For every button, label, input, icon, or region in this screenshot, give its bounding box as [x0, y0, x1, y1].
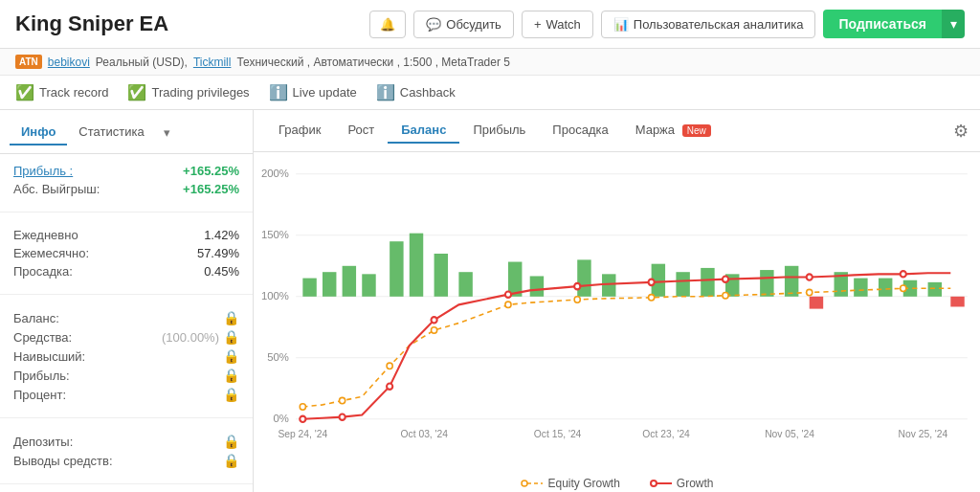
- stat-section-rates: Ежедневно 1.42% Ежемесячно: 57.49% Проса…: [0, 218, 253, 288]
- svg-rect-26: [760, 270, 773, 297]
- app-container: King Sniper EA 🔔 💬 Обсудить + Watch 📊 По…: [0, 0, 980, 492]
- funds-lock-icon: 🔒: [223, 329, 239, 345]
- daily-value: 1.42%: [204, 228, 239, 242]
- abs-win-row: Абс. Выйгрыш: +165.25%: [13, 180, 239, 198]
- svg-point-53: [807, 274, 813, 280]
- equity-legend-icon: [520, 479, 543, 488]
- svg-rect-19: [530, 276, 544, 296]
- broker-link[interactable]: Tickmill: [193, 56, 232, 69]
- svg-rect-12: [343, 266, 356, 297]
- svg-rect-21: [602, 274, 615, 296]
- svg-rect-24: [701, 268, 714, 297]
- divider-4: [0, 483, 253, 484]
- abs-win-value: +165.25%: [183, 182, 239, 196]
- profit-label: Прибыль :: [13, 164, 73, 178]
- highest-label: Наивысший:: [13, 349, 85, 364]
- svg-text:150%: 150%: [261, 229, 289, 240]
- highest-lock-icon: 🔒: [223, 348, 239, 364]
- discuss-icon: 💬: [426, 17, 441, 32]
- live-update-status: ℹ️ Live update: [269, 83, 357, 101]
- header-left: King Sniper EA: [15, 11, 168, 36]
- funds-row: Средства: (100.00%) 🔒: [13, 327, 239, 347]
- chart-settings-button[interactable]: ⚙: [953, 121, 969, 142]
- monthly-row: Ежемесячно: 57.49%: [13, 244, 239, 262]
- svg-rect-27: [785, 266, 798, 297]
- svg-point-35: [300, 404, 305, 410]
- svg-point-45: [300, 416, 305, 422]
- status-bar: ✅ Track record ✅ Trading privileges ℹ️ L…: [0, 76, 980, 110]
- trading-privileges-status: ✅ Trading privileges: [127, 83, 249, 101]
- legend-growth: Growth: [649, 477, 714, 490]
- stat-section-deposits: Депозиты: 🔒 Выводы средств: 🔒: [0, 424, 253, 478]
- chart-tabs: График Рост Баланс Прибыль Просадка Марж…: [254, 110, 980, 152]
- funds-value: (100.00%): [162, 330, 219, 345]
- subscribe-button[interactable]: Подписаться: [823, 10, 942, 38]
- drawdown-row: Просадка: 0.45%: [13, 262, 239, 280]
- chart-area: График Рост Баланс Прибыль Просадка Марж…: [254, 110, 980, 492]
- monthly-value: 57.49%: [197, 246, 239, 260]
- profit-value: +165.25%: [183, 164, 239, 178]
- analytics-icon: 📊: [613, 17, 629, 32]
- subscribe-dropdown-button[interactable]: ▾: [942, 10, 965, 38]
- profit2-label: Прибыль:: [13, 369, 70, 383]
- profit2-row: Прибыль: 🔒: [13, 366, 239, 385]
- chart-tab-profit[interactable]: Прибыль: [459, 118, 539, 144]
- watch-button[interactable]: + Watch: [522, 11, 593, 38]
- funds-label: Средства:: [13, 330, 72, 345]
- tab-more[interactable]: ▾: [156, 121, 178, 145]
- percent-row: Процент: 🔒: [13, 385, 239, 404]
- svg-text:Oct 15, '24: Oct 15, '24: [534, 429, 582, 439]
- svg-text:100%: 100%: [261, 290, 289, 302]
- sidebar: Инфо Статистика ▾ Прибыль : +165.25% Абс…: [0, 110, 254, 492]
- cashback-status: ℹ️ Cashback: [376, 83, 456, 101]
- bell-button[interactable]: 🔔: [369, 11, 406, 38]
- legend-growth-label: Growth: [677, 477, 714, 490]
- svg-point-43: [807, 289, 813, 295]
- highest-row: Наивысший: 🔒: [13, 347, 239, 366]
- stat-section-profit: Прибыль : +165.25% Абс. Выйгрыш: +165.25…: [0, 154, 253, 206]
- header: King Sniper EA 🔔 💬 Обсудить + Watch 📊 По…: [0, 0, 980, 49]
- track-record-label: Track record: [39, 85, 108, 100]
- chart-tab-graph[interactable]: График: [265, 118, 334, 144]
- plus-icon: +: [534, 17, 542, 32]
- user-link[interactable]: bebikovi: [48, 56, 90, 69]
- divider-1: [0, 212, 253, 212]
- deposits-row: Депозиты: 🔒: [13, 432, 239, 451]
- svg-text:200%: 200%: [261, 168, 289, 179]
- analytics-button[interactable]: 📊 Пользовательская аналитика: [601, 11, 816, 38]
- svg-text:0%: 0%: [274, 413, 289, 424]
- svg-point-39: [505, 302, 511, 307]
- percent-label: Процент:: [13, 388, 66, 402]
- withdrawals-lock-icon: 🔒: [223, 453, 239, 468]
- discuss-button[interactable]: 💬 Обсудить: [413, 11, 514, 38]
- svg-point-36: [340, 397, 345, 403]
- balance-label: Баланс:: [13, 311, 59, 325]
- chart-tab-balance[interactable]: Баланс: [388, 118, 459, 144]
- svg-point-40: [574, 297, 580, 302]
- trading-privileges-label: Trading privileges: [151, 85, 249, 100]
- cashback-label: Cashback: [400, 85, 456, 100]
- chart-tab-margin[interactable]: Маржа New: [622, 118, 724, 144]
- svg-point-61: [522, 481, 527, 486]
- svg-point-49: [505, 291, 511, 297]
- tab-info[interactable]: Инфо: [10, 120, 67, 145]
- chart-tab-growth[interactable]: Рост: [334, 118, 388, 144]
- svg-rect-17: [458, 272, 472, 297]
- tab-stats[interactable]: Статистика: [67, 120, 155, 145]
- svg-point-51: [649, 280, 655, 285]
- withdrawals-label: Выводы средств:: [13, 454, 113, 468]
- svg-point-44: [901, 285, 906, 291]
- drawdown-label: Просадка:: [13, 264, 73, 279]
- user-badge: ATN: [15, 55, 42, 69]
- status-items: ✅ Track record ✅ Trading privileges ℹ️ L…: [15, 83, 456, 101]
- svg-rect-28: [810, 297, 823, 309]
- svg-point-38: [431, 327, 436, 333]
- chart-wrapper: 200% 150% 100% 50% 0%: [254, 152, 980, 492]
- new-badge: New: [682, 124, 711, 137]
- subscribe-group: Подписаться ▾: [823, 10, 965, 38]
- chart-svg: 200% 150% 100% 50% 0%: [261, 162, 972, 468]
- svg-text:Oct 03, '24: Oct 03, '24: [401, 429, 449, 439]
- svg-rect-33: [928, 282, 942, 297]
- svg-point-54: [901, 271, 906, 277]
- chart-tab-drawdown[interactable]: Просадка: [539, 118, 621, 144]
